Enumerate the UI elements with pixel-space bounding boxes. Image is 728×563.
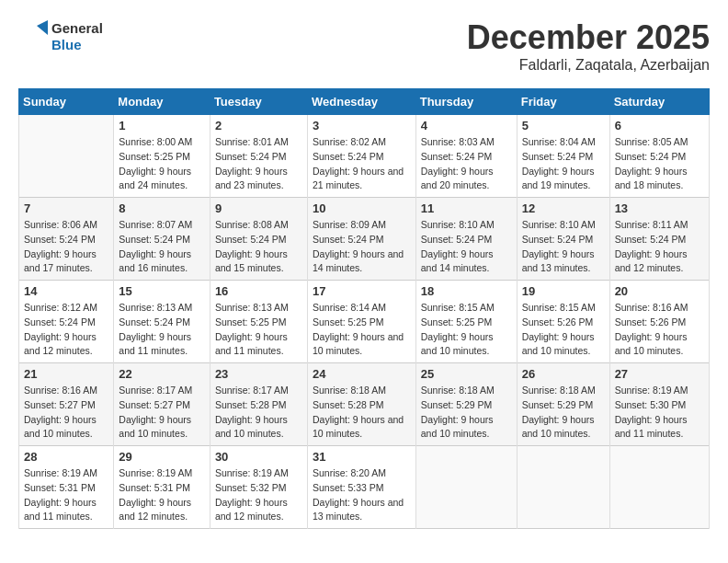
day-cell: 8 Sunrise: 8:07 AM Sunset: 5:24 PM Dayli…: [114, 198, 210, 281]
day-cell: 31 Sunrise: 8:20 AM Sunset: 5:33 PM Dayl…: [307, 446, 415, 529]
day-cell: 20 Sunrise: 8:16 AM Sunset: 5:26 PM Dayl…: [609, 281, 709, 363]
day-number: 13: [615, 201, 704, 215]
day-number: 10: [313, 201, 411, 215]
day-info: Sunrise: 8:18 AM Sunset: 5:29 PM Dayligh…: [421, 384, 512, 442]
col-header-sunday: Sunday: [19, 89, 114, 115]
day-number: 20: [615, 284, 704, 298]
day-number: 22: [119, 367, 205, 381]
col-header-thursday: Thursday: [415, 89, 517, 115]
day-cell: 13 Sunrise: 8:11 AM Sunset: 5:24 PM Dayl…: [609, 198, 709, 281]
day-info: Sunrise: 8:05 AM Sunset: 5:24 PM Dayligh…: [615, 135, 704, 193]
day-cell: 17 Sunrise: 8:14 AM Sunset: 5:25 PM Dayl…: [307, 281, 415, 363]
day-cell: 23 Sunrise: 8:17 AM Sunset: 5:28 PM Dayl…: [210, 363, 307, 446]
day-number: 2: [215, 119, 302, 132]
day-info: Sunrise: 8:15 AM Sunset: 5:26 PM Dayligh…: [522, 301, 605, 359]
day-cell: [19, 115, 114, 198]
week-row-5: 28 Sunrise: 8:19 AM Sunset: 5:31 PM Dayl…: [19, 446, 710, 529]
day-number: 1: [119, 119, 205, 132]
day-cell: 10 Sunrise: 8:09 AM Sunset: 5:24 PM Dayl…: [307, 198, 415, 281]
day-cell: [609, 446, 709, 529]
logo-svg: [18, 18, 48, 55]
day-cell: 9 Sunrise: 8:08 AM Sunset: 5:24 PM Dayli…: [210, 198, 307, 281]
svg-marker-0: [37, 20, 48, 35]
day-info: Sunrise: 8:03 AM Sunset: 5:24 PM Dayligh…: [421, 135, 512, 193]
day-cell: 27 Sunrise: 8:19 AM Sunset: 5:30 PM Dayl…: [609, 363, 709, 446]
day-number: 11: [421, 201, 512, 215]
day-cell: 6 Sunrise: 8:05 AM Sunset: 5:24 PM Dayli…: [609, 115, 709, 198]
day-cell: 19 Sunrise: 8:15 AM Sunset: 5:26 PM Dayl…: [517, 281, 609, 363]
day-number: 30: [215, 450, 302, 464]
logo: General Blue: [18, 18, 103, 55]
day-cell: 28 Sunrise: 8:19 AM Sunset: 5:31 PM Dayl…: [19, 446, 114, 529]
header-row: SundayMondayTuesdayWednesdayThursdayFrid…: [19, 89, 710, 115]
day-number: 7: [24, 201, 108, 215]
day-number: 18: [421, 284, 512, 298]
day-number: 29: [119, 450, 205, 464]
day-number: 8: [119, 201, 205, 215]
day-number: 4: [421, 119, 512, 132]
day-cell: 7 Sunrise: 8:06 AM Sunset: 5:24 PM Dayli…: [19, 198, 114, 281]
day-info: Sunrise: 8:10 AM Sunset: 5:24 PM Dayligh…: [522, 218, 605, 276]
month-title: December 2025: [467, 18, 710, 57]
day-cell: 16 Sunrise: 8:13 AM Sunset: 5:25 PM Dayl…: [210, 281, 307, 363]
day-info: Sunrise: 8:16 AM Sunset: 5:26 PM Dayligh…: [615, 301, 704, 359]
day-info: Sunrise: 8:10 AM Sunset: 5:24 PM Dayligh…: [421, 218, 512, 276]
day-cell: 11 Sunrise: 8:10 AM Sunset: 5:24 PM Dayl…: [415, 198, 517, 281]
day-number: 9: [215, 201, 302, 215]
day-cell: 14 Sunrise: 8:12 AM Sunset: 5:24 PM Dayl…: [19, 281, 114, 363]
day-number: 31: [313, 450, 411, 464]
day-info: Sunrise: 8:12 AM Sunset: 5:24 PM Dayligh…: [24, 301, 108, 359]
week-row-3: 14 Sunrise: 8:12 AM Sunset: 5:24 PM Dayl…: [19, 281, 710, 363]
day-info: Sunrise: 8:18 AM Sunset: 5:28 PM Dayligh…: [313, 384, 411, 442]
day-info: Sunrise: 8:19 AM Sunset: 5:32 PM Dayligh…: [215, 466, 302, 524]
day-info: Sunrise: 8:13 AM Sunset: 5:25 PM Dayligh…: [215, 301, 302, 359]
week-row-1: 1 Sunrise: 8:00 AM Sunset: 5:25 PM Dayli…: [19, 115, 710, 198]
week-row-4: 21 Sunrise: 8:16 AM Sunset: 5:27 PM Dayl…: [19, 363, 710, 446]
day-cell: 21 Sunrise: 8:16 AM Sunset: 5:27 PM Dayl…: [19, 363, 114, 446]
day-cell: 2 Sunrise: 8:01 AM Sunset: 5:24 PM Dayli…: [210, 115, 307, 198]
day-info: Sunrise: 8:19 AM Sunset: 5:30 PM Dayligh…: [615, 384, 704, 442]
day-cell: 1 Sunrise: 8:00 AM Sunset: 5:25 PM Dayli…: [114, 115, 210, 198]
day-cell: 12 Sunrise: 8:10 AM Sunset: 5:24 PM Dayl…: [517, 198, 609, 281]
day-info: Sunrise: 8:14 AM Sunset: 5:25 PM Dayligh…: [313, 301, 411, 359]
day-info: Sunrise: 8:16 AM Sunset: 5:27 PM Dayligh…: [24, 384, 108, 442]
day-number: 15: [119, 284, 205, 298]
day-info: Sunrise: 8:01 AM Sunset: 5:24 PM Dayligh…: [215, 135, 302, 193]
day-number: 19: [522, 284, 605, 298]
day-number: 3: [313, 119, 411, 132]
day-cell: 18 Sunrise: 8:15 AM Sunset: 5:25 PM Dayl…: [415, 281, 517, 363]
day-cell: 26 Sunrise: 8:18 AM Sunset: 5:29 PM Dayl…: [517, 363, 609, 446]
week-row-2: 7 Sunrise: 8:06 AM Sunset: 5:24 PM Dayli…: [19, 198, 710, 281]
day-number: 27: [615, 367, 704, 381]
day-info: Sunrise: 8:04 AM Sunset: 5:24 PM Dayligh…: [522, 135, 605, 193]
day-number: 12: [522, 201, 605, 215]
logo-general: General: [51, 20, 103, 36]
col-header-monday: Monday: [114, 89, 210, 115]
logo-blue: Blue: [51, 37, 82, 52]
day-cell: 30 Sunrise: 8:19 AM Sunset: 5:32 PM Dayl…: [210, 446, 307, 529]
day-number: 17: [313, 284, 411, 298]
day-number: 16: [215, 284, 302, 298]
day-info: Sunrise: 8:17 AM Sunset: 5:27 PM Dayligh…: [119, 384, 205, 442]
day-number: 25: [421, 367, 512, 381]
day-info: Sunrise: 8:07 AM Sunset: 5:24 PM Dayligh…: [119, 218, 205, 276]
location-title: Faldarli, Zaqatala, Azerbaijan: [467, 57, 710, 74]
day-number: 14: [24, 284, 108, 298]
day-number: 23: [215, 367, 302, 381]
day-cell: 4 Sunrise: 8:03 AM Sunset: 5:24 PM Dayli…: [415, 115, 517, 198]
col-header-wednesday: Wednesday: [307, 89, 415, 115]
day-number: 24: [313, 367, 411, 381]
day-info: Sunrise: 8:15 AM Sunset: 5:25 PM Dayligh…: [421, 301, 512, 359]
day-info: Sunrise: 8:00 AM Sunset: 5:25 PM Dayligh…: [119, 135, 205, 193]
day-cell: 25 Sunrise: 8:18 AM Sunset: 5:29 PM Dayl…: [415, 363, 517, 446]
day-info: Sunrise: 8:13 AM Sunset: 5:24 PM Dayligh…: [119, 301, 205, 359]
day-number: 5: [522, 119, 605, 132]
day-cell: [517, 446, 609, 529]
day-number: 6: [615, 119, 704, 132]
day-cell: 22 Sunrise: 8:17 AM Sunset: 5:27 PM Dayl…: [114, 363, 210, 446]
day-cell: 29 Sunrise: 8:19 AM Sunset: 5:31 PM Dayl…: [114, 446, 210, 529]
day-info: Sunrise: 8:08 AM Sunset: 5:24 PM Dayligh…: [215, 218, 302, 276]
day-info: Sunrise: 8:20 AM Sunset: 5:33 PM Dayligh…: [313, 466, 411, 524]
day-info: Sunrise: 8:09 AM Sunset: 5:24 PM Dayligh…: [313, 218, 411, 276]
day-info: Sunrise: 8:02 AM Sunset: 5:24 PM Dayligh…: [313, 135, 411, 193]
